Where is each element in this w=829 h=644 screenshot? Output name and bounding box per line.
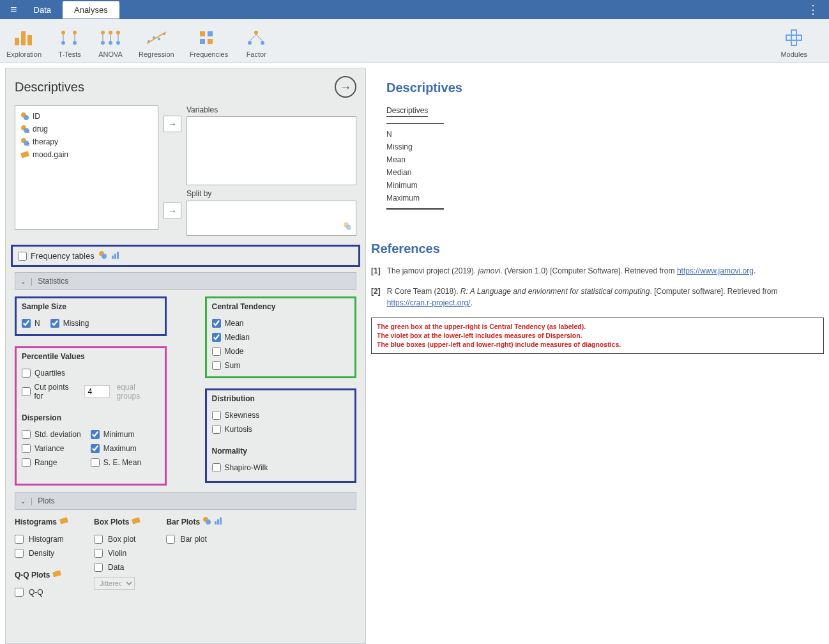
anova-icon (98, 26, 123, 49)
svg-rect-53 (53, 571, 62, 578)
svg-text:a: a (27, 142, 29, 146)
move-to-variables-button[interactable]: → (164, 116, 181, 132)
factor-icon (243, 26, 269, 49)
cutpoints-input[interactable] (84, 385, 110, 398)
ribbon-modules[interactable]: Modules (780, 26, 807, 58)
results-panel: Descriptives Descriptives N Missing Mean… (371, 68, 824, 644)
boxplot-checkbox[interactable] (94, 535, 103, 544)
nominal-icon (98, 250, 107, 261)
ttests-icon (57, 26, 82, 49)
ribbon-ttests[interactable]: T-Tests (57, 26, 82, 58)
violin-checkbox[interactable] (94, 549, 103, 558)
max-checkbox[interactable] (91, 444, 100, 453)
ribbon-exploration[interactable]: Exploration (6, 26, 42, 58)
ribbon-factor[interactable]: Factor (243, 26, 269, 58)
ribbon-regression[interactable]: Regression (139, 26, 174, 58)
reference-item: [2] R Core Team (2018). R: A Language an… (371, 286, 824, 309)
ribbon: Exploration T-Tests ANOVA Regression Fre… (0, 19, 829, 63)
variables-target-box[interactable] (186, 116, 356, 185)
kurtosis-checkbox[interactable] (212, 425, 221, 434)
var-item[interactable]: atherapy (19, 135, 154, 148)
plots-collapse-header[interactable]: ⌄ | Plots (15, 492, 356, 510)
svg-point-46 (346, 225, 351, 230)
svg-point-4 (61, 41, 65, 45)
min-checkbox[interactable] (91, 430, 100, 439)
panel-title: Descriptives (15, 80, 84, 95)
nominal-text-icon: a (20, 125, 29, 134)
variance-checkbox[interactable] (22, 444, 31, 453)
sem-checkbox[interactable] (91, 458, 100, 467)
ribbon-anova[interactable]: ANOVA (98, 26, 123, 58)
frequency-tables-checkbox[interactable] (18, 252, 27, 261)
statistics-collapse-header[interactable]: ⌄ | Statistics (15, 272, 356, 290)
svg-rect-52 (59, 518, 68, 525)
jitter-select[interactable]: Jittered (94, 577, 135, 590)
mean-checkbox[interactable] (212, 319, 221, 328)
continuous-icon (20, 150, 29, 159)
var-item[interactable]: mood.gain (19, 148, 154, 161)
n-checkbox[interactable] (22, 319, 31, 328)
sum-checkbox[interactable] (212, 361, 221, 370)
output-table: N Missing Mean Median Minimum Maximum (386, 123, 444, 210)
move-to-splitby-button[interactable]: → (164, 203, 181, 219)
shapiro-wilk-checkbox[interactable] (212, 463, 221, 472)
quartiles-checkbox[interactable] (22, 369, 31, 378)
density-checkbox[interactable] (15, 549, 24, 558)
annotation-box: The green box at the upper-right is Cent… (371, 318, 824, 354)
svg-point-14 (116, 41, 120, 45)
data-checkbox[interactable] (94, 563, 103, 572)
svg-rect-2 (27, 35, 32, 45)
svg-rect-0 (15, 38, 19, 45)
median-checkbox[interactable] (212, 333, 221, 342)
svg-rect-34 (796, 35, 802, 40)
options-panel: Descriptives → ID adrug atherapy mood.ga… (5, 68, 366, 644)
nominal-text-icon: a (20, 137, 29, 146)
skewness-checkbox[interactable] (212, 411, 221, 420)
svg-point-9 (101, 31, 105, 34)
reference-item: [1] The jamovi project (2019). jamovi. (… (371, 265, 824, 277)
var-item[interactable]: ID (19, 110, 154, 123)
tab-analyses[interactable]: Analyses (63, 1, 119, 19)
svg-point-12 (109, 41, 112, 45)
range-checkbox[interactable] (22, 458, 31, 467)
svg-text:a: a (27, 129, 29, 134)
cran-link[interactable]: https://cran.r-project.org/ (387, 298, 471, 307)
hide-panel-icon[interactable]: → (335, 76, 356, 98)
frequencies-icon (196, 26, 222, 49)
svg-point-56 (206, 519, 211, 525)
mode-checkbox[interactable] (212, 347, 221, 356)
ribbon-frequencies[interactable]: Frequencies (190, 26, 229, 58)
splitby-target-box[interactable] (186, 201, 356, 236)
sd-checkbox[interactable] (22, 430, 31, 439)
variables-label: Variables (186, 105, 356, 114)
cutpoints-checkbox[interactable] (22, 387, 31, 396)
ordinal-icon (111, 250, 120, 261)
svg-rect-59 (220, 518, 222, 525)
source-variables-list[interactable]: ID adrug atherapy mood.gain (15, 105, 158, 230)
barplot-checkbox[interactable] (166, 535, 175, 544)
qq-checkbox[interactable] (15, 588, 24, 597)
chevron-down-icon: ⌄ (20, 278, 26, 285)
svg-point-20 (158, 38, 160, 40)
histogram-checkbox[interactable] (15, 535, 24, 544)
nominal-icon (20, 112, 29, 121)
tab-data[interactable]: Data (22, 1, 63, 19)
jamovi-link[interactable]: https://www.jamovi.org (677, 266, 754, 275)
distribution-normality-group: Distribution Skewness Kurtosis Normality… (205, 388, 357, 483)
chevron-down-icon: ⌄ (20, 498, 26, 505)
missing-checkbox[interactable] (50, 319, 59, 328)
svg-rect-25 (200, 39, 205, 44)
svg-point-27 (254, 31, 258, 34)
regression-icon (144, 26, 169, 49)
descriptives-output[interactable]: Descriptives Descriptives N Missing Mean… (371, 68, 550, 222)
svg-rect-58 (217, 519, 219, 525)
kebab-menu-icon[interactable]: ⋮ (802, 3, 824, 17)
menu-icon[interactable]: ≡ (5, 3, 22, 17)
frequency-tables-label: Frequency tables (31, 251, 95, 261)
central-tendency-group: Central Tendency Mean Median Mode Sum (205, 296, 357, 378)
var-item[interactable]: adrug (19, 123, 154, 135)
svg-rect-35 (791, 40, 796, 45)
svg-point-10 (101, 41, 105, 45)
svg-rect-1 (21, 31, 26, 45)
exploration-icon (11, 26, 37, 49)
